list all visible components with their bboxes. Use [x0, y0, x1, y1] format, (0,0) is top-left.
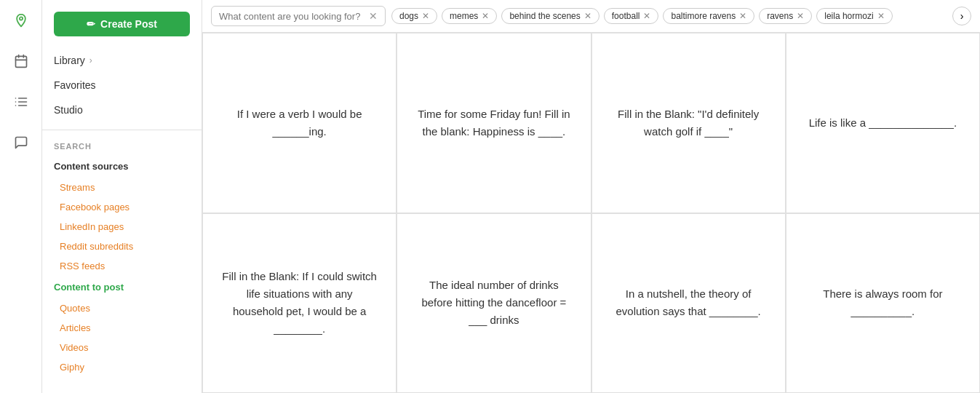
filter-tag-leila-hormozi[interactable]: leila hormozi ✕	[816, 8, 892, 24]
create-post-label: Create Post	[100, 18, 157, 30]
sidebar-item-library[interactable]: Library ›	[42, 48, 202, 73]
sidebar-link-giphy[interactable]: Giphy	[42, 357, 202, 377]
filter-tag-memes[interactable]: memes ✕	[442, 8, 497, 24]
tag-label-dogs: dogs	[399, 11, 418, 21]
card-text-2: Fill in the Blank: "I'd definitely watch…	[610, 106, 768, 140]
sidebar-link-linkedin[interactable]: LinkedIn pages	[42, 217, 202, 237]
pen-icon: ✏	[87, 18, 95, 30]
sidebar-link-facebook[interactable]: Facebook pages	[42, 197, 202, 217]
filter-tags: dogs ✕ memes ✕ behind the scenes ✕ footb…	[391, 8, 893, 24]
remove-tag-ravens[interactable]: ✕	[797, 11, 804, 21]
remove-tag-football[interactable]: ✕	[643, 11, 650, 21]
filter-tag-behind-scenes[interactable]: behind the scenes ✕	[501, 8, 599, 24]
content-card-6[interactable]: In a nutshell, the theory of evolution s…	[591, 213, 786, 394]
content-card-1[interactable]: Time for some Friday fun! Fill in the bl…	[397, 33, 591, 213]
sidebar-item-studio[interactable]: Studio	[42, 98, 202, 122]
card-text-6: In a nutshell, the theory of evolution s…	[610, 285, 768, 320]
sidebar-link-reddit[interactable]: Reddit subreddits	[42, 237, 202, 256]
calendar-icon[interactable]	[8, 48, 34, 74]
tag-label-memes: memes	[450, 11, 478, 21]
create-post-button[interactable]: ✏ Create Post	[54, 12, 190, 36]
content-card-3[interactable]: Life is like a ______________.	[786, 33, 980, 213]
sidebar-link-videos[interactable]: Videos	[42, 338, 202, 357]
search-input[interactable]	[219, 11, 366, 22]
sidebar-link-quotes[interactable]: Quotes	[42, 298, 202, 318]
content-card-2[interactable]: Fill in the Blank: "I'd definitely watch…	[591, 33, 786, 213]
tag-label-baltimore-ravens: baltimore ravens	[671, 11, 736, 21]
content-card-4[interactable]: Fill in the Blank: If I could switch lif…	[202, 213, 397, 394]
remove-tag-baltimore-ravens[interactable]: ✕	[739, 11, 746, 21]
divider	[42, 130, 202, 130]
content-card-0[interactable]: If I were a verb I would be ______ing.	[202, 33, 397, 213]
remove-tag-memes[interactable]: ✕	[482, 11, 489, 21]
filter-tag-ravens[interactable]: ravens ✕	[759, 8, 812, 24]
remove-tag-behind-scenes[interactable]: ✕	[584, 11, 591, 21]
tag-label-leila-hormozi: leila hormozi	[824, 11, 873, 21]
filter-tag-dogs[interactable]: dogs ✕	[391, 8, 437, 24]
svg-rect-1	[15, 56, 26, 67]
remove-tag-dogs[interactable]: ✕	[422, 11, 429, 21]
content-card-5[interactable]: The ideal number of drinks before hittin…	[397, 213, 591, 394]
tag-label-behind-scenes: behind the scenes	[509, 11, 580, 21]
sidebar-link-articles[interactable]: Articles	[42, 318, 202, 338]
library-label: Library	[54, 55, 85, 66]
filter-bar: ✕ dogs ✕ memes ✕ behind the scenes ✕ foo…	[202, 0, 980, 33]
chat-icon[interactable]	[8, 130, 34, 156]
filter-tag-baltimore-ravens[interactable]: baltimore ravens ✕	[663, 8, 754, 24]
remove-tag-leila-hormozi[interactable]: ✕	[877, 11, 885, 21]
expand-tags-button[interactable]: ›	[952, 7, 971, 25]
content-card-7[interactable]: There is always room for __________.	[786, 213, 980, 394]
card-text-5: The ideal number of drinks before hittin…	[415, 277, 573, 329]
icon-bar	[0, 0, 42, 393]
sidebar-item-favorites[interactable]: Favorites	[42, 73, 202, 98]
content-grid: If I were a verb I would be ______ing. T…	[202, 33, 980, 393]
location-icon[interactable]	[8, 7, 34, 33]
studio-label: Studio	[54, 104, 83, 116]
tag-label-football: football	[612, 11, 640, 21]
list-icon[interactable]	[8, 89, 34, 115]
main-content: ✕ dogs ✕ memes ✕ behind the scenes ✕ foo…	[202, 0, 980, 393]
search-section-label: SEARCH	[42, 138, 202, 155]
chevron-icon: ›	[89, 55, 92, 66]
sidebar-link-rss[interactable]: RSS feeds	[42, 256, 202, 276]
sidebar: ✏ Create Post Library › Favorites Studio…	[42, 0, 202, 393]
card-text-1: Time for some Friday fun! Fill in the bl…	[415, 106, 573, 140]
card-text-3: Life is like a ______________.	[809, 114, 957, 132]
content-sources-title: Content sources	[42, 155, 202, 178]
filter-tag-football[interactable]: football ✕	[604, 8, 659, 24]
search-box[interactable]: ✕	[211, 6, 386, 26]
content-to-post-title: Content to post	[42, 276, 202, 298]
card-text-0: If I were a verb I would be ______ing.	[220, 106, 378, 140]
card-text-7: There is always room for __________.	[804, 285, 962, 320]
clear-search-icon[interactable]: ✕	[369, 10, 378, 22]
card-text-4: Fill in the Blank: If I could switch lif…	[220, 268, 378, 338]
svg-point-0	[19, 17, 22, 20]
tag-label-ravens: ravens	[767, 11, 793, 21]
favorites-label: Favorites	[54, 79, 96, 91]
sidebar-link-streams[interactable]: Streams	[42, 178, 202, 197]
